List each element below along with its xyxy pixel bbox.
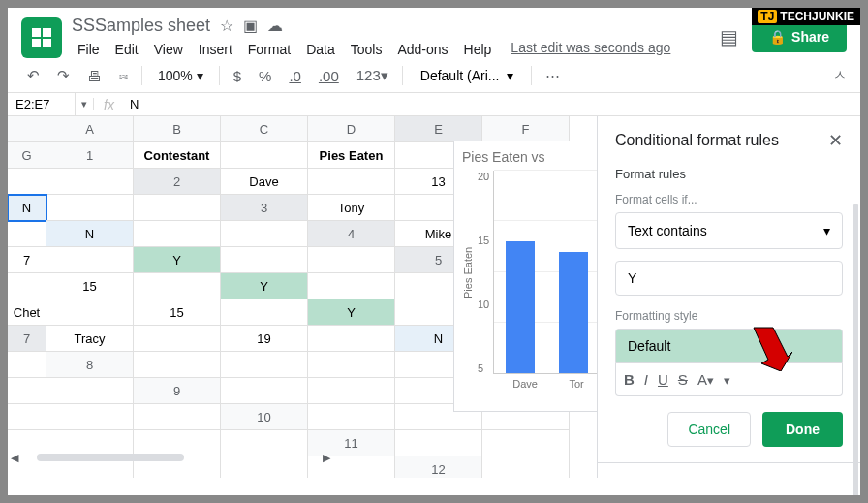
cell[interactable] <box>308 326 395 352</box>
font-select[interactable]: Default (Ari... ▾ <box>411 64 523 87</box>
embedded-chart[interactable]: Pies Eaten vs Pies Eaten 2015105 DaveTor <box>453 141 597 412</box>
column-header[interactable]: B <box>134 116 221 142</box>
last-edit-link[interactable]: Last edit was seconds ago <box>511 40 670 59</box>
undo-icon[interactable]: ↶ <box>21 63 46 88</box>
cell[interactable] <box>221 142 308 169</box>
cell[interactable] <box>134 221 221 247</box>
cell[interactable] <box>395 430 482 456</box>
row-header[interactable]: 12 <box>395 456 482 478</box>
cancel-button[interactable]: Cancel <box>667 412 751 447</box>
cell[interactable] <box>8 169 46 195</box>
spreadsheet-grid[interactable]: ABCDEFG1ContestantPies EatenSick Bag2Dav… <box>8 116 597 478</box>
scroll-right-arrow[interactable]: ▶ <box>320 452 333 464</box>
decrease-decimal[interactable]: .0 <box>283 64 307 88</box>
cell[interactable] <box>134 326 221 352</box>
cell[interactable]: Y <box>221 273 308 299</box>
column-header[interactable]: G <box>8 142 46 169</box>
name-box-dropdown-icon[interactable]: ▾ <box>76 98 94 110</box>
cell[interactable]: N <box>46 221 134 247</box>
document-title[interactable]: SSSamples sheet <box>72 16 210 36</box>
cell[interactable] <box>8 221 46 247</box>
row-header[interactable]: 9 <box>134 378 221 404</box>
cell[interactable]: Chet <box>8 299 46 326</box>
cell[interactable] <box>134 273 221 299</box>
cell[interactable]: 15 <box>134 299 221 326</box>
column-header[interactable]: A <box>46 116 134 142</box>
column-header[interactable]: F <box>482 116 570 142</box>
underline-icon[interactable]: U <box>658 371 668 388</box>
column-header[interactable]: D <box>308 116 395 142</box>
done-button[interactable]: Done <box>762 412 843 447</box>
text-color-icon[interactable]: A▾ <box>698 371 714 388</box>
row-header[interactable]: 7 <box>8 326 46 352</box>
bold-icon[interactable]: B <box>624 371 635 388</box>
menu-edit[interactable]: Edit <box>109 40 144 59</box>
cell[interactable] <box>308 378 395 404</box>
row-header[interactable]: 2 <box>134 169 221 195</box>
fill-color-icon[interactable]: ▾ <box>724 371 730 388</box>
cell[interactable] <box>8 404 46 430</box>
condition-value-input[interactable] <box>615 261 843 296</box>
formula-input[interactable]: N <box>124 97 144 111</box>
cell[interactable] <box>221 352 308 378</box>
cell[interactable] <box>308 169 395 195</box>
column-header[interactable]: E <box>395 116 482 142</box>
cell[interactable] <box>8 378 46 404</box>
menu-view[interactable]: View <box>148 40 189 59</box>
cell[interactable] <box>8 352 46 378</box>
cell[interactable] <box>308 247 395 273</box>
sheets-logo[interactable] <box>21 17 62 58</box>
currency-format[interactable]: $ <box>228 64 247 88</box>
menu-insert[interactable]: Insert <box>193 40 238 59</box>
cell[interactable]: Contestant <box>134 142 221 169</box>
cell[interactable] <box>482 430 570 456</box>
sidebar-scrollbar[interactable] <box>853 204 858 495</box>
cell[interactable]: 7 <box>8 247 46 273</box>
cell[interactable] <box>308 273 395 299</box>
comments-icon[interactable]: ▤ <box>720 25 738 48</box>
cell[interactable]: Y <box>308 299 395 326</box>
cell[interactable] <box>308 352 395 378</box>
cell[interactable]: Tony <box>308 195 395 221</box>
redo-icon[interactable]: ↷ <box>51 63 76 88</box>
menu-data[interactable]: Data <box>300 40 341 59</box>
corner[interactable] <box>8 116 46 142</box>
menu-help[interactable]: Help <box>458 40 498 59</box>
cell[interactable]: 19 <box>221 326 308 352</box>
cell[interactable]: Tracy <box>46 326 134 352</box>
row-header[interactable]: 4 <box>308 221 395 247</box>
cell[interactable] <box>221 221 308 247</box>
cell[interactable] <box>46 195 134 221</box>
paint-format-icon[interactable]: ⎃ <box>113 64 134 88</box>
cell[interactable]: Dave <box>221 169 308 195</box>
row-header[interactable]: 3 <box>221 195 308 221</box>
cell[interactable]: Y <box>134 247 221 273</box>
increase-decimal[interactable]: .00 <box>313 64 345 88</box>
horizontal-scrollbar[interactable]: ◀ ▶ <box>8 451 333 464</box>
folder-move-icon[interactable]: ▣ <box>243 16 258 35</box>
row-header[interactable]: 10 <box>221 404 308 430</box>
cell[interactable] <box>221 247 308 273</box>
print-icon[interactable]: 🖶 <box>81 64 108 88</box>
cell[interactable] <box>308 404 395 430</box>
more-tools-icon[interactable]: ⋯ <box>540 63 566 88</box>
scroll-left-arrow[interactable]: ◀ <box>8 452 21 464</box>
cell[interactable] <box>482 456 570 478</box>
row-header[interactable]: 8 <box>46 352 134 378</box>
cell[interactable] <box>46 247 134 273</box>
add-another-rule-button[interactable]: ＋ Add another rule <box>615 475 843 478</box>
zoom-select[interactable]: 100% ▾ <box>150 64 211 87</box>
cell[interactable] <box>8 273 46 299</box>
column-header[interactable]: C <box>221 116 308 142</box>
cell[interactable]: 15 <box>46 273 134 299</box>
cell[interactable] <box>134 404 221 430</box>
cell[interactable]: Pies Eaten <box>308 142 395 169</box>
percent-format[interactable]: % <box>253 64 277 88</box>
cell[interactable] <box>46 299 134 326</box>
cell[interactable] <box>134 195 221 221</box>
menu-tools[interactable]: Tools <box>345 40 388 59</box>
italic-icon[interactable]: I <box>644 371 648 388</box>
cell[interactable] <box>221 299 308 326</box>
cell[interactable] <box>46 378 134 404</box>
style-preview[interactable]: Default <box>615 329 843 363</box>
